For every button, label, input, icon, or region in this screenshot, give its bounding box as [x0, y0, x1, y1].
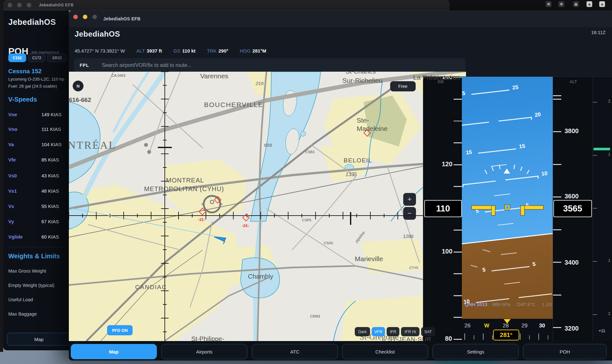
map-elevation: 699	[264, 142, 272, 148]
vspeed-value: 85 KIAS	[41, 157, 59, 162]
heading-readout: 281°	[493, 330, 519, 340]
track-readout: TRK290°	[207, 48, 228, 54]
map-waypoint: CSB3	[305, 150, 315, 154]
nav-map[interactable]: Map	[71, 344, 157, 359]
flight-status-bar: 45.4727° N 73.3921° W ALT3937 ft GS110 k…	[75, 48, 266, 54]
airspeed-readout: 110	[424, 200, 462, 217]
vs-tick-label: 2	[608, 311, 610, 316]
north-up-button[interactable]: N	[73, 81, 84, 91]
browser-tab-icon[interactable]: a	[586, 1, 592, 7]
map-label: Ste-Madeleine	[357, 116, 392, 133]
close-icon[interactable]	[73, 15, 78, 19]
minimize-icon[interactable]	[17, 3, 22, 7]
close-icon[interactable]	[8, 3, 12, 7]
sidebar-map-button[interactable]: Map	[7, 333, 69, 346]
vspeed-value: 67 KIAS	[41, 219, 59, 224]
altitude-readout: ALT3937 ft	[136, 48, 162, 54]
vfr-moving-map[interactable]: Varennes St-Charles Sur-Richelieu La Pré…	[69, 72, 466, 341]
tab-c152[interactable]: C152	[8, 54, 26, 62]
altitude-readout: 3565	[553, 200, 592, 217]
nav-airports[interactable]: Airports	[161, 344, 247, 359]
vspeeds-heading: V-Speeds	[8, 96, 37, 103]
vspeed-value: 111 KIAS	[41, 126, 61, 132]
map-label: CA-0463	[112, 74, 125, 77]
nav-poh[interactable]: POH	[523, 344, 607, 359]
browser-tab-icon[interactable]: ✻	[558, 1, 564, 7]
map-waypoint: CTY5	[409, 266, 418, 270]
vspeed-label: Vno	[8, 126, 17, 132]
map-label: Chambly	[248, 273, 273, 280]
app-title: JebediahOS	[75, 30, 120, 39]
map-waypoint: CSP5	[302, 218, 311, 222]
heading-strip: 26 W 28 29 30 281°	[462, 319, 553, 341]
attitude-horizon: 25 25 20 20 15 15 10 10 5	[462, 77, 553, 319]
map-style-vfr[interactable]: VFR	[372, 327, 385, 336]
zoom-icon[interactable]	[27, 3, 31, 7]
weights-heading: Weights & Limits	[8, 253, 60, 260]
altitude-tick-label: 3600	[565, 193, 579, 200]
altitude-tick-label: 3400	[565, 259, 579, 266]
browser-tab-icon[interactable]: ◉	[573, 1, 579, 7]
primary-flight-display: GS 140 120 100 80 110 25 25	[423, 76, 612, 341]
tab-sr22[interactable]: SR22	[47, 54, 67, 62]
airspeed-tick-label: 100	[442, 248, 452, 255]
vs-tick-label: 1	[608, 152, 610, 157]
vs-tick-label: 1	[608, 258, 610, 263]
airspeed-tick-label: 80	[445, 335, 452, 341]
heading-tick-label: 26	[464, 323, 470, 329]
background-window-titlebar[interactable]: JebediahOS EFB	[3, 0, 449, 11]
nav-atc[interactable]: ATC	[252, 344, 338, 359]
groundspeed-readout: GS110 kt	[173, 48, 195, 54]
heading-readout: HDG281°M	[240, 48, 266, 54]
weight-row: Max Baggage	[8, 311, 37, 317]
window-titlebar[interactable]: JebediahOS EFB	[69, 11, 612, 27]
aircraft-engine: Lycoming O-235-L2C, 110 hp	[8, 77, 69, 82]
background-terminal-window[interactable]	[0, 0, 3, 352]
tab-c172[interactable]: C172	[28, 54, 45, 62]
gray-dots	[144, 143, 151, 154]
free-mode-button[interactable]: Free	[390, 81, 416, 91]
aircraft-wing-right-leg	[521, 206, 524, 215]
browser-tab-icon[interactable]: a	[599, 1, 605, 7]
vs-tick-label: 2	[608, 99, 610, 103]
traffic-label: -33↓	[198, 218, 205, 222]
heading-tick-label: W	[484, 323, 489, 329]
alt-label: ALT	[570, 79, 577, 84]
map-label: BOUCHERVILLE	[204, 101, 263, 109]
g-load: 1.1G	[542, 302, 552, 307]
aircraft-center-icon	[505, 205, 510, 210]
vspeed-value: 60 KIAS	[41, 234, 59, 239]
map-label: CANDIAC	[135, 284, 167, 291]
vs-indicator-bar	[594, 148, 610, 150]
heading-tick-label: 28	[503, 323, 509, 329]
pfd-toggle-button[interactable]: PFD ON	[107, 325, 133, 335]
sky	[462, 77, 553, 255]
map-style-dark[interactable]: Dark	[355, 327, 370, 336]
zoom-out-button[interactable]: −	[403, 207, 416, 220]
pressure-hpa: 889 hPa	[492, 302, 510, 307]
map-style-ifr[interactable]: IFR	[387, 327, 399, 336]
route-search-input[interactable]	[101, 62, 420, 68]
poh-sidebar-window: JebediahOS POH Jeb memorized C152 C172 S…	[3, 11, 69, 350]
flight-plan-bar: FPL	[74, 58, 465, 72]
minimize-icon[interactable]	[83, 15, 87, 19]
qnh-setting: QNH 1013	[465, 302, 487, 307]
aircraft-name: Cessna 152	[8, 68, 42, 75]
vspeed-value: 48 KIAS	[41, 188, 59, 194]
vspeed-value: 43 KIAS	[41, 173, 59, 178]
vertical-speed-tape: 2 1 1 2 +11	[593, 77, 612, 341]
zoom-in-button[interactable]: +	[403, 193, 416, 206]
vspeed-label: Va	[8, 142, 14, 147]
attitude-indicator: 25 25 20 20 15 15 10 10 5	[462, 77, 553, 319]
vspeed-label: Vs1	[8, 188, 17, 194]
map-style-sat[interactable]: SAT	[421, 327, 435, 336]
map-label: Marieville	[355, 255, 383, 263]
heading-tick-label: 30	[539, 323, 545, 329]
zoom-icon[interactable]	[92, 15, 97, 19]
nav-checklist[interactable]: Checklist	[342, 344, 428, 359]
map-style-ifr-hi[interactable]: IFR Hi	[401, 327, 419, 336]
map-label: MONTRÉAL	[69, 139, 116, 151]
nav-settings[interactable]: Settings	[433, 344, 519, 359]
browser-tab-icon[interactable]: ✻	[546, 1, 551, 7]
map-elevation: 1335	[346, 172, 357, 177]
